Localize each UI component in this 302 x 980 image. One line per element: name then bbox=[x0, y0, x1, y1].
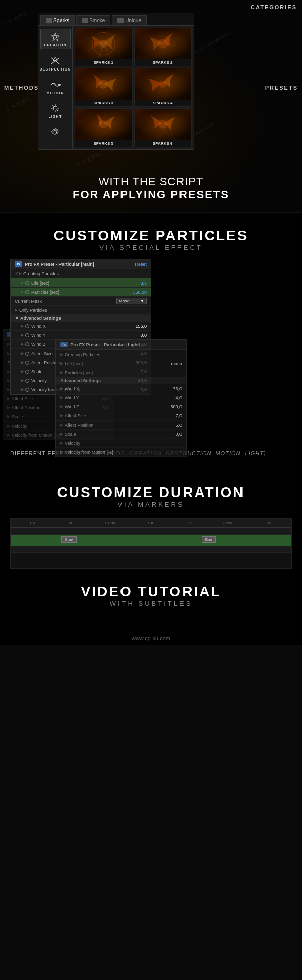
label-windy: Wind Y bbox=[31, 333, 122, 338]
fx-badge-main: fx bbox=[15, 261, 22, 267]
light-label: LIGHT bbox=[49, 115, 62, 118]
arrow-back2-2: ▶ bbox=[60, 361, 63, 366]
marker-end[interactable]: End bbox=[202, 536, 216, 543]
tab-unique[interactable]: Unique bbox=[112, 15, 147, 25]
fx-row-back2-2: ▶ Life [sec] mask bbox=[56, 359, 186, 368]
fx-row-particles: ▶ Particles [sec] 350,00 bbox=[11, 288, 151, 297]
customize-particles-sub: VIA SPECIAL EFFECT bbox=[10, 244, 292, 251]
svg-point-14 bbox=[99, 120, 107, 128]
thumb-label-sparks1: SPARKS 1 bbox=[75, 59, 132, 66]
fx-reset-button[interactable]: Reset bbox=[135, 262, 147, 267]
creation-icon bbox=[48, 31, 63, 42]
arrow-back2-7: ▶ bbox=[60, 413, 63, 418]
svg-point-1 bbox=[58, 84, 61, 86]
fx-row-back2-5: ▶ Wind Y 4,0 bbox=[56, 393, 186, 402]
settings-icon bbox=[48, 126, 63, 137]
section-tutorial: VIDEO TUTORIAL WITH SUBTITLES bbox=[0, 569, 302, 631]
dropdown-arrow: ▼ bbox=[140, 299, 144, 303]
thumb-sparks1[interactable]: SPARKS 1 bbox=[75, 28, 133, 66]
mask-dropdown[interactable]: Mask 1 ▼ bbox=[116, 298, 147, 304]
tab-sparks-label: Sparks bbox=[53, 18, 69, 23]
method-light[interactable]: LIGHT bbox=[40, 101, 71, 120]
thumb-img-sparks6 bbox=[135, 109, 192, 140]
label-back2-2: Life [sec] bbox=[65, 361, 157, 366]
value-back2-6: 500,0 bbox=[157, 404, 182, 409]
fx-row-only-particles: ▶ Only Particles bbox=[11, 306, 151, 315]
label-back2-6: Wind Z bbox=[65, 404, 157, 409]
fx-row-back2-1: ▶ Creating Particles bbox=[56, 350, 186, 359]
thumb-sparks6[interactable]: SPARKS 6 bbox=[134, 108, 192, 147]
fx-row-creating: ✓ ▶ Creating Particles bbox=[11, 269, 151, 278]
thumb-grid: SPARKS 1 bbox=[75, 28, 192, 147]
thumb-sparks4[interactable]: SPARKS 4 bbox=[134, 68, 192, 107]
motion-label: MOTION bbox=[47, 91, 64, 95]
stopwatch-windy bbox=[25, 333, 29, 337]
fx-row-back2-3: ▶ Particles [sec] bbox=[56, 368, 186, 377]
ruler-20f-1: 20F bbox=[52, 521, 92, 525]
arrow-windx: ▶ bbox=[21, 324, 24, 328]
label-only: Only Particles bbox=[19, 308, 147, 313]
fx-row-life: ▶ Life [sec] 3,5 bbox=[11, 278, 151, 288]
fx-panels-area: fx Pro FX Preset ▶ Life[sec] 0,7 ▶ Parti… bbox=[10, 259, 292, 440]
value-windy: 0,0 bbox=[122, 333, 147, 338]
thumb-sparks3[interactable]: SPARKS 3 bbox=[75, 68, 133, 107]
tab-sparks[interactable]: Sparks bbox=[40, 15, 75, 25]
thumb-label-sparks2: SPARKS 2 bbox=[135, 59, 192, 66]
thumb-sparks5[interactable]: SPARKS 5 bbox=[75, 108, 133, 147]
value-windx: 156,0 bbox=[122, 324, 147, 329]
fx-section-advanced: ▼ Advanced Settings bbox=[11, 315, 151, 322]
label-back2-1: Creating Particles bbox=[65, 352, 182, 357]
sidebar-methods: CREATION DESTRUCTION bbox=[38, 26, 73, 149]
creation-label: CREATION bbox=[44, 43, 66, 47]
motion-icon bbox=[48, 79, 63, 90]
tab-unique-label: Unique bbox=[125, 18, 141, 23]
thumb-img-sparks4 bbox=[135, 68, 192, 100]
svg-line-7 bbox=[52, 105, 53, 106]
timeline-ruler: 10F 20F 01:00F 10F 20F 02:00F 10F bbox=[11, 519, 291, 528]
fx-panel-main-header: fx Pro FX Preset - Particular [Main] Res… bbox=[11, 259, 151, 269]
customize-particles-title: CUSTOMIZE PARTICLES VIA SPECIAL EFFECT bbox=[10, 228, 292, 251]
marker-start[interactable]: Start bbox=[61, 536, 77, 543]
fx-row-back2-11: ▶ Velocity from Motion [%] bbox=[56, 448, 186, 457]
value-particles: 350,00 bbox=[122, 290, 147, 295]
tutorial-main: VIDEO TUTORIAL bbox=[10, 584, 292, 600]
fx-panel-header-back2: fx Pro FX Preset - Particular [Light] bbox=[56, 340, 186, 350]
duration-main: CUSTOMIZE DURATION bbox=[10, 484, 292, 501]
arrow-back2-8: ▶ bbox=[60, 423, 63, 427]
presets-panel: Sparks Smoke Unique bbox=[38, 13, 194, 150]
arrow-back2-3: ▶ bbox=[60, 370, 63, 375]
fx-panel-main-title: Pro FX Preset - Particular [Main] bbox=[25, 262, 94, 267]
fx-row-mask: Current Mask Mask 1 ▼ bbox=[11, 297, 151, 306]
fx-title-back2: Pro FX Preset - Particular [Light] bbox=[70, 342, 140, 347]
title-row-back2: fx Pro FX Preset - Particular [Light] bbox=[60, 342, 140, 347]
thumb-img-sparks1 bbox=[75, 28, 132, 59]
fx-row-back2-7: ▶ Affect Size 7,0 bbox=[56, 411, 186, 421]
arrow-b1-7: ▶ bbox=[7, 396, 10, 401]
thumb-label-sparks6: SPARKS 6 bbox=[135, 140, 192, 147]
timeline-area: 10F 20F 01:00F 10F 20F 02:00F 10F Start … bbox=[10, 518, 292, 569]
method-destruction[interactable]: DESTRUCTION bbox=[40, 53, 71, 73]
svg-point-2 bbox=[53, 106, 57, 110]
fx-section-advanced-back2: Advanced Settings bbox=[56, 377, 186, 384]
svg-point-13 bbox=[159, 81, 166, 88]
tab-smoke-label: Smoke bbox=[89, 18, 105, 23]
stopwatch-particles bbox=[25, 290, 29, 294]
thumb-label-sparks5: SPARKS 5 bbox=[75, 140, 132, 147]
method-creation[interactable]: CREATION bbox=[40, 29, 71, 49]
tab-smoke[interactable]: Smoke bbox=[76, 15, 110, 25]
stopwatch-affect-pos bbox=[25, 361, 29, 365]
thumb-sparks2[interactable]: SPARKS 2 bbox=[134, 28, 192, 66]
section-customize-particles: CUSTOMIZE PARTICLES VIA SPECIAL EFFECT f… bbox=[0, 212, 302, 469]
method-settings[interactable] bbox=[40, 124, 71, 139]
arrow-back2-4: ▶ bbox=[60, 386, 63, 391]
timeline-track-empty-3 bbox=[11, 553, 291, 568]
section-customize-duration: CUSTOMIZE DURATION VIA MARKERS 10F 20F 0… bbox=[0, 469, 302, 569]
arrow-b1-8: ▶ bbox=[7, 405, 10, 410]
value-back2-4: -76,0 bbox=[157, 386, 182, 391]
ruler-20f-2: 20F bbox=[171, 521, 210, 525]
method-motion[interactable]: MOTION bbox=[40, 77, 71, 97]
label-back2-7: Affect Size bbox=[65, 413, 157, 418]
label-life: Life [sec] bbox=[31, 281, 122, 286]
ruler-10f-1: 10F bbox=[13, 521, 52, 525]
arrow-life: ▶ bbox=[21, 281, 24, 285]
